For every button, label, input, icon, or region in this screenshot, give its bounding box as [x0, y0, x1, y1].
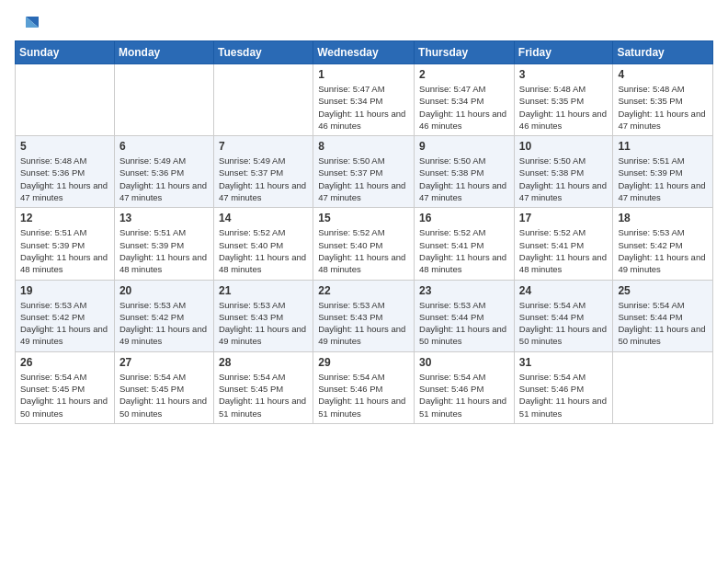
day-number: 4 — [618, 68, 708, 81]
page-header — [15, 15, 713, 29]
calendar-cell — [16, 64, 115, 136]
calendar-cell: 23 Sunrise: 5:53 AMSunset: 5:44 PMDaylig… — [415, 280, 515, 351]
weekday-header-sunday: Sunday — [16, 41, 115, 64]
day-number: 15 — [318, 212, 409, 224]
calendar-week-row: 19 Sunrise: 5:53 AMSunset: 5:42 PMDaylig… — [16, 280, 713, 351]
day-info: Sunrise: 5:53 AMSunset: 5:42 PMDaylight:… — [119, 299, 209, 348]
day-info: Sunrise: 5:50 AMSunset: 5:37 PMDaylight:… — [318, 155, 409, 203]
day-info: Sunrise: 5:50 AMSunset: 5:38 PMDaylight:… — [519, 155, 609, 203]
calendar-cell: 27 Sunrise: 5:54 AMSunset: 5:45 PMDaylig… — [114, 351, 213, 423]
day-number: 25 — [618, 284, 708, 297]
day-number: 29 — [318, 356, 409, 369]
day-number: 20 — [119, 284, 209, 297]
day-number: 14 — [219, 212, 308, 224]
calendar-cell — [213, 64, 313, 136]
logo-icon — [18, 15, 39, 35]
calendar-cell: 13 Sunrise: 5:51 AMSunset: 5:39 PMDaylig… — [114, 208, 213, 280]
calendar-cell: 18 Sunrise: 5:53 AMSunset: 5:42 PMDaylig… — [613, 208, 713, 280]
day-number: 28 — [219, 356, 308, 369]
weekday-header-monday: Monday — [114, 41, 213, 64]
calendar-cell: 28 Sunrise: 5:54 AMSunset: 5:45 PMDaylig… — [213, 351, 313, 423]
calendar-cell: 6 Sunrise: 5:49 AMSunset: 5:36 PMDayligh… — [114, 136, 213, 208]
day-number: 31 — [519, 356, 609, 369]
logo — [15, 15, 39, 29]
calendar-cell: 30 Sunrise: 5:54 AMSunset: 5:46 PMDaylig… — [415, 351, 515, 423]
calendar-cell: 5 Sunrise: 5:48 AMSunset: 5:36 PMDayligh… — [16, 136, 115, 208]
calendar-cell: 21 Sunrise: 5:53 AMSunset: 5:43 PMDaylig… — [213, 280, 313, 351]
calendar-cell: 20 Sunrise: 5:53 AMSunset: 5:42 PMDaylig… — [114, 280, 213, 351]
calendar-cell: 9 Sunrise: 5:50 AMSunset: 5:38 PMDayligh… — [415, 136, 515, 208]
day-number: 17 — [519, 212, 609, 224]
day-number: 7 — [219, 140, 308, 153]
calendar-cell: 19 Sunrise: 5:53 AMSunset: 5:42 PMDaylig… — [16, 280, 115, 351]
day-info: Sunrise: 5:54 AMSunset: 5:44 PMDaylight:… — [519, 299, 609, 348]
day-info: Sunrise: 5:52 AMSunset: 5:41 PMDaylight:… — [419, 226, 509, 275]
day-info: Sunrise: 5:48 AMSunset: 5:35 PMDaylight:… — [519, 83, 609, 132]
day-info: Sunrise: 5:53 AMSunset: 5:42 PMDaylight:… — [618, 226, 708, 275]
calendar-cell: 8 Sunrise: 5:50 AMSunset: 5:37 PMDayligh… — [313, 136, 415, 208]
calendar-cell: 3 Sunrise: 5:48 AMSunset: 5:35 PMDayligh… — [514, 64, 613, 136]
day-info: Sunrise: 5:54 AMSunset: 5:44 PMDaylight:… — [618, 299, 708, 348]
calendar-cell: 26 Sunrise: 5:54 AMSunset: 5:45 PMDaylig… — [16, 351, 115, 423]
day-info: Sunrise: 5:48 AMSunset: 5:35 PMDaylight:… — [618, 83, 708, 132]
calendar-cell: 24 Sunrise: 5:54 AMSunset: 5:44 PMDaylig… — [514, 280, 613, 351]
day-number: 5 — [20, 140, 109, 153]
weekday-header-tuesday: Tuesday — [213, 41, 313, 64]
day-number: 24 — [519, 284, 609, 297]
day-number: 1 — [318, 68, 409, 81]
day-info: Sunrise: 5:54 AMSunset: 5:46 PMDaylight:… — [519, 371, 609, 419]
day-info: Sunrise: 5:51 AMSunset: 5:39 PMDaylight:… — [618, 155, 708, 203]
day-info: Sunrise: 5:54 AMSunset: 5:46 PMDaylight:… — [318, 371, 409, 419]
day-info: Sunrise: 5:47 AMSunset: 5:34 PMDaylight:… — [318, 83, 409, 132]
calendar-table: SundayMondayTuesdayWednesdayThursdayFrid… — [15, 40, 713, 424]
calendar-cell — [114, 64, 213, 136]
calendar-cell: 31 Sunrise: 5:54 AMSunset: 5:46 PMDaylig… — [514, 351, 613, 423]
calendar-cell: 14 Sunrise: 5:52 AMSunset: 5:40 PMDaylig… — [213, 208, 313, 280]
day-info: Sunrise: 5:52 AMSunset: 5:40 PMDaylight:… — [219, 226, 308, 275]
weekday-header-thursday: Thursday — [415, 41, 515, 64]
calendar-cell: 16 Sunrise: 5:52 AMSunset: 5:41 PMDaylig… — [415, 208, 515, 280]
calendar-cell: 2 Sunrise: 5:47 AMSunset: 5:34 PMDayligh… — [415, 64, 515, 136]
calendar-cell: 22 Sunrise: 5:53 AMSunset: 5:43 PMDaylig… — [313, 280, 415, 351]
day-number: 22 — [318, 284, 409, 297]
weekday-header-saturday: Saturday — [613, 41, 713, 64]
calendar-cell: 7 Sunrise: 5:49 AMSunset: 5:37 PMDayligh… — [213, 136, 313, 208]
calendar-week-row: 1 Sunrise: 5:47 AMSunset: 5:34 PMDayligh… — [16, 64, 713, 136]
day-number: 30 — [419, 356, 509, 369]
day-number: 6 — [119, 140, 209, 153]
day-info: Sunrise: 5:53 AMSunset: 5:44 PMDaylight:… — [419, 299, 509, 348]
day-number: 9 — [419, 140, 509, 153]
calendar-cell: 12 Sunrise: 5:51 AMSunset: 5:39 PMDaylig… — [16, 208, 115, 280]
day-info: Sunrise: 5:53 AMSunset: 5:42 PMDaylight:… — [20, 299, 109, 348]
day-info: Sunrise: 5:54 AMSunset: 5:46 PMDaylight:… — [419, 371, 509, 419]
day-number: 16 — [419, 212, 509, 224]
calendar-cell: 1 Sunrise: 5:47 AMSunset: 5:34 PMDayligh… — [313, 64, 415, 136]
day-info: Sunrise: 5:53 AMSunset: 5:43 PMDaylight:… — [219, 299, 308, 348]
calendar-week-row: 5 Sunrise: 5:48 AMSunset: 5:36 PMDayligh… — [16, 136, 713, 208]
day-number: 3 — [519, 68, 609, 81]
calendar-cell: 25 Sunrise: 5:54 AMSunset: 5:44 PMDaylig… — [613, 280, 713, 351]
day-info: Sunrise: 5:48 AMSunset: 5:36 PMDaylight:… — [20, 155, 109, 203]
calendar-cell: 29 Sunrise: 5:54 AMSunset: 5:46 PMDaylig… — [313, 351, 415, 423]
calendar-cell — [613, 351, 713, 423]
calendar-cell: 11 Sunrise: 5:51 AMSunset: 5:39 PMDaylig… — [613, 136, 713, 208]
calendar-cell: 10 Sunrise: 5:50 AMSunset: 5:38 PMDaylig… — [514, 136, 613, 208]
day-number: 2 — [419, 68, 509, 81]
day-info: Sunrise: 5:53 AMSunset: 5:43 PMDaylight:… — [318, 299, 409, 348]
calendar-header-row: SundayMondayTuesdayWednesdayThursdayFrid… — [16, 41, 713, 64]
day-number: 11 — [618, 140, 708, 153]
day-info: Sunrise: 5:51 AMSunset: 5:39 PMDaylight:… — [20, 226, 109, 275]
day-info: Sunrise: 5:50 AMSunset: 5:38 PMDaylight:… — [419, 155, 509, 203]
calendar-cell: 15 Sunrise: 5:52 AMSunset: 5:40 PMDaylig… — [313, 208, 415, 280]
day-number: 12 — [20, 212, 109, 224]
weekday-header-friday: Friday — [514, 41, 613, 64]
day-number: 21 — [219, 284, 308, 297]
calendar-cell: 17 Sunrise: 5:52 AMSunset: 5:41 PMDaylig… — [514, 208, 613, 280]
weekday-header-wednesday: Wednesday — [313, 41, 415, 64]
day-info: Sunrise: 5:54 AMSunset: 5:45 PMDaylight:… — [119, 371, 209, 419]
day-number: 23 — [419, 284, 509, 297]
day-info: Sunrise: 5:52 AMSunset: 5:41 PMDaylight:… — [519, 226, 609, 275]
day-number: 13 — [119, 212, 209, 224]
day-info: Sunrise: 5:49 AMSunset: 5:36 PMDaylight:… — [119, 155, 209, 203]
calendar-cell: 4 Sunrise: 5:48 AMSunset: 5:35 PMDayligh… — [613, 64, 713, 136]
